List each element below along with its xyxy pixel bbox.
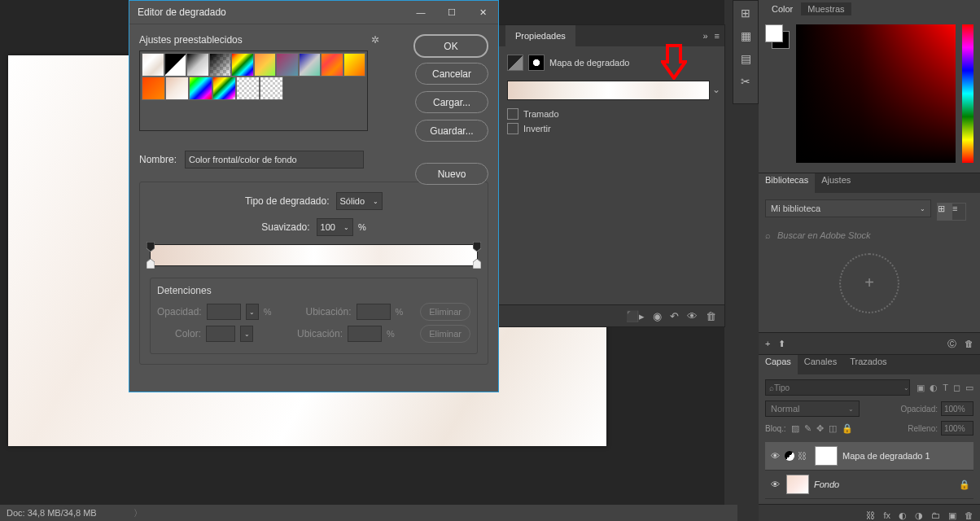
- add-content-icon[interactable]: +: [765, 339, 770, 348]
- libraries-tab[interactable]: Bibliotecas: [759, 173, 815, 193]
- preset-swatch[interactable]: [189, 77, 212, 100]
- opacity-value-input[interactable]: 100%: [941, 401, 973, 416]
- adjustments-tab[interactable]: Ajustes: [815, 173, 857, 193]
- hue-slider[interactable]: [962, 24, 973, 163]
- filter-shape-icon[interactable]: ◻: [953, 383, 960, 393]
- preset-swatch[interactable]: [231, 53, 254, 77]
- fg-bg-swatch[interactable]: [765, 24, 790, 49]
- trash-icon[interactable]: 🗑: [706, 310, 716, 322]
- upload-icon[interactable]: ⬆: [778, 339, 785, 349]
- preset-swatch[interactable]: [165, 77, 189, 100]
- preset-swatch[interactable]: [321, 53, 343, 77]
- layer-item[interactable]: 👁 ⛓ Mapa de degradado 1: [765, 442, 973, 471]
- swatches-icon[interactable]: ▦: [738, 28, 753, 43]
- link-layers-icon[interactable]: ⛓: [866, 510, 875, 520]
- trash-icon[interactable]: 🗑: [965, 339, 973, 348]
- layer-visibility-icon[interactable]: 👁: [768, 451, 781, 461]
- panel-menu-icon[interactable]: ≡: [715, 31, 720, 41]
- layer-name[interactable]: Mapa de degradado 1: [842, 451, 930, 461]
- color-stop-right[interactable]: [473, 259, 481, 269]
- filter-adjust-icon[interactable]: ◐: [930, 383, 938, 393]
- maximize-button[interactable]: ☐: [436, 1, 467, 24]
- cc-icon[interactable]: Ⓒ: [947, 338, 956, 350]
- preset-swatch[interactable]: [142, 53, 164, 77]
- library-view-icons[interactable]: ⊞≡: [937, 203, 966, 221]
- preset-swatch[interactable]: [260, 77, 283, 100]
- paths-tab[interactable]: Trazados: [843, 355, 893, 374]
- dialog-titlebar[interactable]: Editor de degradado — ☐ ✕: [129, 1, 498, 24]
- dither-checkbox[interactable]: [507, 108, 518, 120]
- preset-swatch[interactable]: [236, 77, 260, 100]
- save-button[interactable]: Guardar...: [415, 120, 488, 142]
- layer-mask-thumb[interactable]: [815, 446, 838, 466]
- preset-swatch[interactable]: [186, 53, 209, 77]
- close-button[interactable]: ✕: [467, 1, 498, 24]
- new-layer-icon[interactable]: ▣: [948, 510, 956, 521]
- gradient-editor-strip[interactable]: [150, 244, 478, 266]
- invert-checkbox[interactable]: [507, 123, 518, 134]
- status-chevron-icon[interactable]: 〉: [133, 507, 142, 519]
- info-icon[interactable]: ✂: [738, 74, 753, 89]
- lock-image-icon[interactable]: ✎: [804, 423, 812, 434]
- visibility-icon[interactable]: 👁: [687, 310, 698, 322]
- preset-swatch[interactable]: [276, 53, 299, 77]
- collapse-icon[interactable]: »: [702, 31, 707, 41]
- swatches-tab[interactable]: Muestras: [801, 2, 851, 15]
- fx-icon[interactable]: fx: [883, 510, 890, 520]
- new-button[interactable]: Nuevo: [415, 163, 488, 185]
- lock-position-icon[interactable]: ✥: [816, 423, 824, 434]
- filter-type-icon[interactable]: T: [943, 383, 948, 393]
- color-tab[interactable]: Color: [765, 2, 799, 15]
- library-select[interactable]: Mi biblioteca⌄: [765, 199, 931, 217]
- channels-tab[interactable]: Canales: [798, 355, 843, 374]
- lock-all-icon[interactable]: 🔒: [842, 423, 853, 434]
- history-icon[interactable]: ⊞: [738, 6, 753, 20]
- adjustment-layer-icon[interactable]: ◑: [915, 510, 923, 521]
- layer-filter-select[interactable]: ⌕ Tipo ⌄: [765, 379, 910, 396]
- search-placeholder[interactable]: Buscar en Adobe Stock: [777, 230, 871, 240]
- load-button[interactable]: Cargar...: [415, 91, 488, 113]
- preset-swatch[interactable]: [164, 53, 187, 77]
- layer-visibility-icon[interactable]: 👁: [768, 479, 781, 489]
- cancel-button[interactable]: Cancelar: [415, 63, 488, 85]
- color-stop-left[interactable]: [147, 259, 155, 269]
- lock-artboard-icon[interactable]: ◫: [829, 423, 837, 434]
- gradient-name-input[interactable]: [185, 151, 364, 169]
- library-add-placeholder[interactable]: +: [839, 253, 899, 313]
- preset-swatch[interactable]: [142, 77, 165, 100]
- lock-transparency-icon[interactable]: ▨: [791, 423, 799, 434]
- layer-thumb[interactable]: [786, 475, 809, 494]
- group-icon[interactable]: 🗀: [931, 510, 940, 520]
- reset-icon[interactable]: ↶: [670, 310, 679, 322]
- view-previous-icon[interactable]: ◉: [653, 310, 662, 322]
- preset-swatch[interactable]: [254, 53, 277, 77]
- delete-layer-icon[interactable]: 🗑: [965, 510, 973, 520]
- preset-swatch[interactable]: [299, 53, 322, 77]
- color-picker[interactable]: [796, 24, 956, 163]
- link-mask-icon[interactable]: ⛓: [798, 451, 807, 461]
- smoothness-input[interactable]: 100⌄: [317, 218, 353, 236]
- gradient-swatch-button[interactable]: [507, 81, 710, 100]
- presets-gear-icon[interactable]: ✲: [371, 34, 379, 46]
- filter-pixel-icon[interactable]: ▣: [917, 383, 925, 393]
- blend-mode-select[interactable]: Normal⌄: [765, 401, 860, 417]
- clip-to-layer-icon[interactable]: ⬛▸: [626, 310, 645, 322]
- filter-smart-icon[interactable]: ▭: [965, 383, 973, 393]
- gradient-type-select[interactable]: Sólido⌄: [336, 192, 383, 210]
- layer-item[interactable]: 👁 Fondo 🔒: [765, 471, 973, 499]
- opacity-stop-right[interactable]: [473, 242, 481, 252]
- layers-tab[interactable]: Capas: [759, 355, 798, 374]
- fill-value-input[interactable]: 100%: [941, 421, 973, 436]
- mask-icon[interactable]: ◐: [899, 510, 907, 521]
- minimize-button[interactable]: —: [405, 1, 436, 24]
- lock-icon[interactable]: 🔒: [959, 479, 970, 490]
- layer-name[interactable]: Fondo: [814, 479, 839, 489]
- ok-button[interactable]: OK: [413, 34, 488, 58]
- fg-color[interactable]: [765, 24, 783, 42]
- preset-swatch[interactable]: [343, 53, 366, 77]
- preset-swatch[interactable]: [212, 77, 236, 100]
- preset-swatch[interactable]: [209, 53, 232, 77]
- opacity-stop-left[interactable]: [147, 242, 155, 252]
- properties-tab[interactable]: Propiedades: [505, 25, 575, 46]
- actions-icon[interactable]: ▤: [738, 51, 753, 66]
